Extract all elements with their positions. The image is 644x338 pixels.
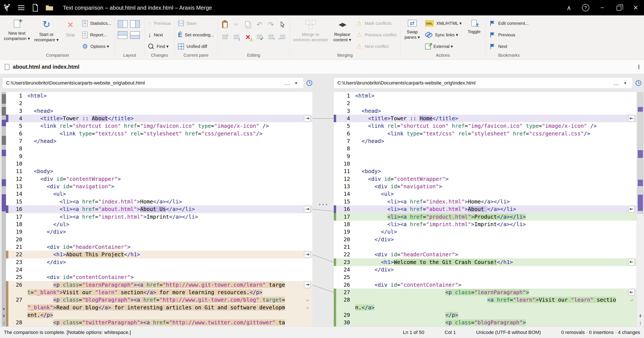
layout-horizontal-top-button[interactable] xyxy=(118,30,128,40)
merge-change-button[interactable]: ⇤ xyxy=(628,206,635,212)
new-text-comparison-button[interactable]: + New textcomparison ▾ xyxy=(2,16,32,42)
left-path-browse-button[interactable]: … xyxy=(282,80,292,86)
right-history-button[interactable] xyxy=(635,80,642,86)
code-line[interactable]: 23 <h1>Welcome to the Git Crash Course!<… xyxy=(334,258,636,266)
merge-change-button[interactable]: ⇥ xyxy=(304,206,311,212)
code-line[interactable]: 18 <li><a href="imprint.html">Imprint</a… xyxy=(334,220,636,228)
code-line[interactable]: ent.</p> xyxy=(6,311,312,319)
code-line[interactable]: 26 <div id="contentContainer"> xyxy=(334,281,636,288)
left-code-pane[interactable]: 1<html>23 <head>4 <title>Tower :: About<… xyxy=(6,92,312,326)
merge-change-button[interactable]: ⇤ xyxy=(628,115,635,122)
code-line[interactable]: 14 <ul> xyxy=(334,190,636,198)
code-line[interactable]: 13 <div id="navigation"> xyxy=(6,183,312,190)
code-line[interactable]: 14 <ul> xyxy=(6,190,312,198)
stop-button[interactable]: × Stop xyxy=(61,16,80,38)
code-line[interactable]: 27 <p class="blogParagraph"><a href="htt… xyxy=(6,296,312,304)
code-line[interactable]: 4 <title>Tower :: About</title>⇥ xyxy=(6,115,312,122)
code-line[interactable]: 6 <link type="text/css" rel="stylesheet"… xyxy=(334,130,636,137)
paste-button[interactable] xyxy=(220,20,230,30)
external-button[interactable]: ↗External ▾ xyxy=(423,41,464,52)
code-line[interactable]: 19 </div> xyxy=(6,228,312,236)
code-line[interactable]: n.</a> xyxy=(334,304,636,311)
scroll-span-button[interactable]: ↨ xyxy=(637,320,644,325)
previous-insertion-button[interactable]: ↑ xyxy=(220,32,230,42)
open-folder-button[interactable] xyxy=(42,0,56,16)
code-line[interactable]: 15 <li><a href="index.html">Home</a></li… xyxy=(6,198,312,205)
left-history-button[interactable] xyxy=(306,80,313,86)
code-line[interactable]: 3 <head> xyxy=(334,107,636,115)
code-line[interactable]: 9 xyxy=(6,152,312,160)
code-line[interactable]: t="_blank">Visit our "learn" section</a>… xyxy=(6,288,312,296)
code-line[interactable]: 4 <title>Tower :: Home</title>⇤ xyxy=(334,115,636,122)
code-line[interactable]: 26 <p class="learnParagraph"><a href="ht… xyxy=(6,281,312,288)
merge-change-button[interactable]: ⇤ xyxy=(628,259,635,266)
code-line[interactable]: 30 <p class="blogParagraph"> xyxy=(334,319,636,326)
comparison-tab-title[interactable]: about.html and index.html xyxy=(13,64,80,70)
code-line[interactable]: 5 <link rel="shortcut icon" href="img/fa… xyxy=(334,122,636,130)
main-menu-button[interactable] xyxy=(14,0,28,16)
shift-left-button[interactable]: ← xyxy=(278,32,288,42)
code-line[interactable]: 12 <div id="contentWrapper"> xyxy=(6,175,312,183)
code-line[interactable]: 11 <body> xyxy=(6,168,312,175)
next-change-button[interactable]: ↓Next xyxy=(146,29,173,41)
left-file-path-input[interactable]: C:\Users\brunobrito\Documents\carparts-w… xyxy=(2,77,304,89)
code-line[interactable]: 10 xyxy=(6,160,312,168)
close-button[interactable]: × xyxy=(627,0,644,16)
start-or-recompare-button[interactable]: ↻ Start orrecompare ▾ xyxy=(32,16,61,43)
code-line[interactable]: 28 <p class="twitterParagraph"><a href="… xyxy=(6,319,312,326)
code-line[interactable]: "_blank">Read our blog</a> for interesti… xyxy=(6,304,312,311)
code-line[interactable]: 7 </head> xyxy=(6,137,312,145)
code-line[interactable]: 7 </head> xyxy=(334,137,636,145)
unified-diff-button[interactable]: Unified diff xyxy=(176,41,216,52)
page-down-button[interactable]: ↡ xyxy=(2,314,6,318)
collapse-ribbon-button[interactable]: ∧ xyxy=(560,0,577,16)
scroll-span-button[interactable]: ↨ xyxy=(2,320,6,325)
code-line[interactable]: 15 <li><a href="index.html">Home</a></li… xyxy=(334,198,636,205)
code-line[interactable]: 20 xyxy=(6,236,312,243)
right-path-browse-button[interactable]: … xyxy=(611,80,622,86)
code-line[interactable]: 8 xyxy=(6,145,312,152)
code-line[interactable]: 23 </div> xyxy=(6,258,312,266)
code-line[interactable]: 16 <li><a href="about.html">About </a></… xyxy=(334,205,636,213)
shift-right-button[interactable]: → xyxy=(266,32,276,42)
statistics-button[interactable]: Statistics... xyxy=(80,18,114,29)
code-line[interactable]: 24 xyxy=(6,266,312,274)
code-line[interactable]: 1<html> xyxy=(334,92,636,100)
code-line[interactable]: 28 <a href="learn">Visit our "learn" sec… xyxy=(334,296,636,304)
code-line[interactable]: 13 <div id="navigation"> xyxy=(334,183,636,190)
edit-comment-button[interactable]: Edit comment... xyxy=(487,18,531,29)
code-line[interactable]: 25 xyxy=(334,274,636,281)
code-line[interactable]: 19 </ul> xyxy=(334,228,636,236)
new-document-button[interactable] xyxy=(28,0,42,16)
code-line[interactable]: 10 xyxy=(334,160,636,168)
merge-change-button[interactable]: ⇥ xyxy=(304,115,311,122)
find-button[interactable]: Find ▾ xyxy=(146,41,173,52)
merge-change-button[interactable]: ⇥ xyxy=(304,282,311,288)
mark-conflicts-button[interactable]: ⚠Mark conflicts xyxy=(354,18,399,29)
code-line[interactable]: 17 <li><a href="product.html">Product</a… xyxy=(334,213,636,220)
layout-vertical-right-button[interactable] xyxy=(130,19,140,29)
next-insertion-button[interactable]: ↓ xyxy=(231,32,242,42)
merge-to-common-ancestor-button[interactable]: Merge tocommon ancestor xyxy=(291,16,330,43)
page-down-button[interactable]: ↡ xyxy=(637,314,644,318)
code-line[interactable]: 18 </ul> xyxy=(6,220,312,228)
pane-layout-button[interactable] xyxy=(638,65,639,69)
code-line[interactable]: 3 <head> xyxy=(6,107,312,115)
sync-links-button[interactable]: Sync links ▾ xyxy=(423,29,464,41)
code-line[interactable]: 20 </div> xyxy=(334,236,636,243)
overview-change-map[interactable]: ▼ ↡ ↨ xyxy=(2,92,6,326)
code-line[interactable]: 21 <div id="headerContainer"> xyxy=(6,243,312,251)
right-pane-scrollbar[interactable]: ↡ ↨ xyxy=(636,92,644,326)
code-line[interactable]: 6 <link type="text/css" rel="stylesheet"… xyxy=(6,130,312,137)
code-line[interactable]: 22 <h1>About This Project</h1>⇥ xyxy=(6,251,312,258)
replace-content-button[interactable]: ◀▶ Replacecontent ▾ xyxy=(330,16,354,43)
scroll-down-button[interactable]: ▼ xyxy=(2,308,6,311)
code-line[interactable]: 2 xyxy=(6,100,312,107)
code-line[interactable]: 16 <li><a href="about.html">About Us</a>… xyxy=(6,205,312,213)
options-button[interactable]: ⚙Options ▾ xyxy=(80,41,114,52)
error-marker-button[interactable]: ×⚠ xyxy=(243,32,253,42)
left-path-dropdown-button[interactable]: ▾ xyxy=(292,80,300,86)
next-conflict-button[interactable]: ⚠Next conflict xyxy=(354,41,399,52)
select-tool-button[interactable] xyxy=(278,20,288,30)
undo-button[interactable]: ↶ xyxy=(254,20,265,30)
